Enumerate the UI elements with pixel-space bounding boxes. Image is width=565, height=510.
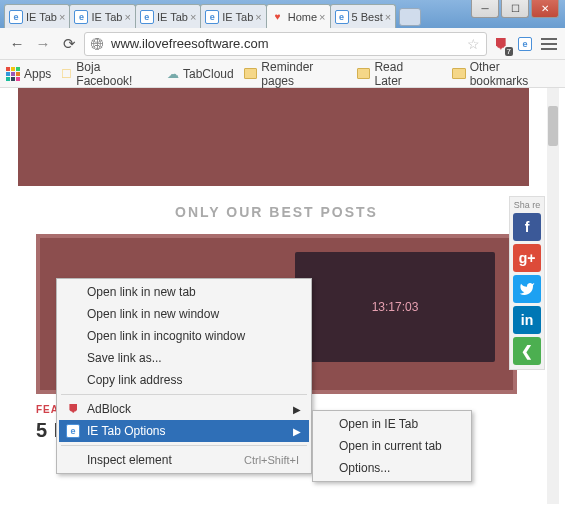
tab-title: IE Tab	[26, 11, 57, 23]
adblock-extension-icon[interactable]: ⛊7	[491, 34, 511, 54]
browser-tab[interactable]: eIE Tab×	[69, 4, 135, 28]
section-heading: ONLY OUR BEST POSTS	[6, 204, 547, 220]
reload-button[interactable]: ⟳	[58, 33, 80, 55]
tab-title: Home	[288, 11, 317, 23]
folder-icon	[244, 68, 258, 79]
ctx-adblock[interactable]: ⛊AdBlock▶	[59, 398, 309, 420]
window-controls: ─ ☐ ✕	[471, 0, 559, 18]
forward-button[interactable]: →	[32, 33, 54, 55]
sub-options[interactable]: Options...	[315, 457, 469, 479]
folder-icon	[357, 68, 371, 79]
sub-open-in-ie-tab[interactable]: Open in IE Tab	[315, 413, 469, 435]
submenu-arrow-icon: ▶	[293, 404, 301, 415]
bookmark-folder[interactable]: Reminder pages	[244, 60, 347, 88]
new-tab-button[interactable]	[399, 8, 421, 26]
context-menu: Open link in new tab Open link in new wi…	[56, 278, 312, 474]
other-bookmarks-button[interactable]: Other bookmarks	[452, 60, 559, 88]
ie-icon: e	[205, 10, 219, 24]
share-linkedin-button[interactable]: in	[513, 306, 541, 334]
context-submenu: Open in IE Tab Open in current tab Optio…	[312, 410, 472, 482]
tab-close-icon[interactable]: ×	[59, 11, 65, 23]
ie-icon: e	[335, 10, 349, 24]
share-more-button[interactable]: ❮	[513, 337, 541, 365]
ctx-open-new-tab[interactable]: Open link in new tab	[59, 281, 309, 303]
bookmark-star-icon[interactable]: ☆	[467, 36, 480, 52]
ctx-save-link-as[interactable]: Save link as...	[59, 347, 309, 369]
ietab-extension-icon[interactable]: e	[515, 34, 535, 54]
tab-title: 5 Best	[352, 11, 383, 23]
apps-button[interactable]: Apps	[6, 67, 51, 81]
browser-tab[interactable]: eIE Tab×	[200, 4, 266, 28]
timestamp-text: 13:17:03	[372, 300, 419, 314]
ie-icon: e	[74, 10, 88, 24]
feature-thumbnail: 13:17:03	[295, 252, 495, 362]
url-text: www.ilovefreesoftware.com	[111, 36, 467, 51]
tab-close-icon[interactable]: ×	[124, 11, 130, 23]
browser-tab[interactable]: eIE Tab×	[135, 4, 201, 28]
tab-close-icon[interactable]: ×	[190, 11, 196, 23]
abp-badge: 7	[505, 47, 513, 56]
scroll-thumb[interactable]	[548, 106, 558, 146]
globe-icon: 🌐︎	[91, 37, 105, 51]
adblock-icon: ⛊	[65, 401, 81, 417]
ie-icon: e	[9, 10, 23, 24]
omnibox[interactable]: 🌐︎ www.ilovefreesoftware.com ☆	[84, 32, 487, 56]
browser-tab[interactable]: e5 Best×	[330, 4, 397, 28]
shortcut-text: Ctrl+Shift+I	[244, 454, 299, 466]
chrome-menu-button[interactable]	[539, 34, 559, 54]
hero-banner	[18, 88, 529, 186]
browser-tab[interactable]: eIE Tab×	[4, 4, 70, 28]
bookmark-item[interactable]: ☁TabCloud	[167, 67, 234, 81]
back-button[interactable]: ←	[6, 33, 28, 55]
ctx-ietab-options[interactable]: eIE Tab Options▶	[59, 420, 309, 442]
vertical-scrollbar[interactable]	[547, 88, 559, 504]
share-widget: Sha re f g+ in ❮	[509, 196, 545, 370]
share-twitter-button[interactable]	[513, 275, 541, 303]
bookmarks-bar: Apps ☐Boja Facebook! ☁TabCloud Reminder …	[0, 60, 565, 88]
sub-open-current-tab[interactable]: Open in current tab	[315, 435, 469, 457]
tab-title: IE Tab	[157, 11, 188, 23]
tab-title: IE Tab	[91, 11, 122, 23]
share-label: Sha re	[514, 201, 541, 210]
minimize-button[interactable]: ─	[471, 0, 499, 18]
tab-close-icon[interactable]: ×	[255, 11, 261, 23]
ctx-copy-link[interactable]: Copy link address	[59, 369, 309, 391]
close-button[interactable]: ✕	[531, 0, 559, 18]
ie-icon: e	[140, 10, 154, 24]
tab-close-icon[interactable]: ×	[319, 11, 325, 23]
ie-icon: e	[65, 423, 81, 439]
maximize-button[interactable]: ☐	[501, 0, 529, 18]
bookmark-folder[interactable]: Read Later	[357, 60, 432, 88]
address-bar-row: ← → ⟳ 🌐︎ www.ilovefreesoftware.com ☆ ⛊7 …	[0, 28, 565, 60]
browser-tab-active[interactable]: ♥Home×	[266, 4, 331, 28]
ctx-open-new-window[interactable]: Open link in new window	[59, 303, 309, 325]
tab-title: IE Tab	[222, 11, 253, 23]
submenu-arrow-icon: ▶	[293, 426, 301, 437]
share-googleplus-button[interactable]: g+	[513, 244, 541, 272]
ctx-inspect-element[interactable]: Inspect elementCtrl+Shift+I	[59, 449, 309, 471]
apps-icon	[6, 67, 20, 81]
share-facebook-button[interactable]: f	[513, 213, 541, 241]
bookmark-item[interactable]: ☐Boja Facebook!	[61, 60, 157, 88]
heart-icon: ♥	[271, 10, 285, 24]
ctx-separator	[61, 445, 307, 446]
ctx-open-incognito[interactable]: Open link in incognito window	[59, 325, 309, 347]
folder-icon	[452, 68, 466, 79]
ctx-separator	[61, 394, 307, 395]
tab-close-icon[interactable]: ×	[385, 11, 391, 23]
